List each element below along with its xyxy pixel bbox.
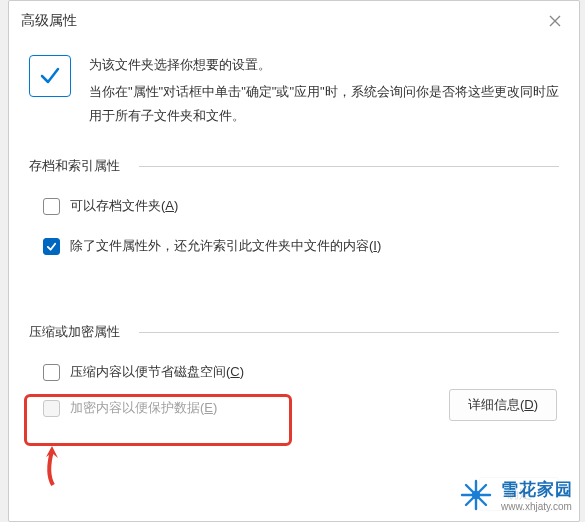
checkbox-icon[interactable] [43,198,60,215]
checkbox-icon[interactable] [43,364,60,381]
advanced-attributes-dialog: 高级属性 为该文件夹选择你想要的设置。 当你在"属性"对话框中单击"确定"或"应… [8,0,580,522]
group1-label: 存档和索引属性 [29,157,559,175]
snowflake-icon [459,478,493,515]
encrypt-checkbox-row: 加密内容以便保护数据(E) [29,393,217,423]
index-label: 除了文件属性外，还允许索引此文件夹中文件的内容(I) [70,237,381,255]
dialog-title: 高级属性 [21,12,77,30]
watermark-brand: 雪花家园 [501,480,573,500]
checkbox-icon[interactable] [43,238,60,255]
index-checkbox-row[interactable]: 除了文件属性外，还允许索引此文件夹中文件的内容(I) [29,231,559,261]
archive-index-group: 存档和索引属性 可以存档文件夹(A) 除了文件属性外，还允许索引此文件夹中文件的… [29,149,559,261]
checkmark-icon [29,55,71,97]
compress-label: 压缩内容以便节省磁盘空间(C) [70,363,244,381]
header-section: 为该文件夹选择你想要的设置。 当你在"属性"对话框中单击"确定"或"应用"时，系… [9,37,579,139]
encrypt-label: 加密内容以便保护数据(E) [70,399,217,417]
close-icon[interactable] [543,9,567,33]
watermark-text: 雪花家园 www.xhjaty.com [501,480,573,512]
svg-point-4 [473,492,479,498]
archive-label: 可以存档文件夹(A) [70,197,178,215]
header-text: 为该文件夹选择你想要的设置。 当你在"属性"对话框中单击"确定"或"应用"时，系… [89,53,559,131]
details-button[interactable]: 详细信息(D) [449,389,557,421]
watermark-url: www.xhjaty.com [501,501,573,513]
archive-checkbox-row[interactable]: 可以存档文件夹(A) [29,191,559,221]
compress-checkbox-row[interactable]: 压缩内容以便节省磁盘空间(C) [29,357,559,387]
watermark: 雪花家园 www.xhjaty.com [455,476,577,517]
header-line2: 当你在"属性"对话框中单击"确定"或"应用"时，系统会询问你是否将这些更改同时应… [89,80,559,129]
compress-encrypt-group: 压缩或加密属性 压缩内容以便节省磁盘空间(C) 加密内容以便保护数据(E) 详细… [29,315,559,423]
header-line1: 为该文件夹选择你想要的设置。 [89,53,559,78]
titlebar: 高级属性 [9,1,579,37]
checkbox-icon [43,400,60,417]
group2-label: 压缩或加密属性 [29,323,559,341]
